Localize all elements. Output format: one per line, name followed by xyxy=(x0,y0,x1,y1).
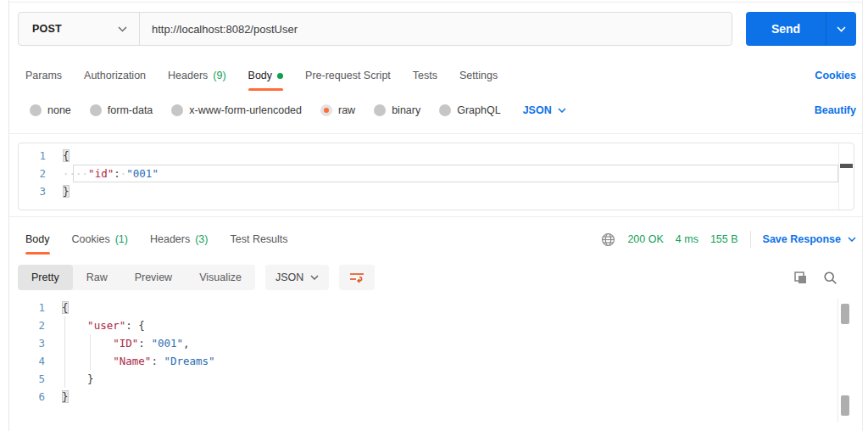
code-line: 3 } xyxy=(19,182,854,200)
url-input[interactable]: http://localhost:8082/postUser xyxy=(140,13,732,45)
code-line: 6 } xyxy=(18,388,837,406)
response-scrollbar[interactable] xyxy=(837,299,851,423)
status-code: 200 OK xyxy=(627,233,663,245)
code-line: 1 { xyxy=(18,299,837,316)
body-modified-dot xyxy=(277,73,283,79)
view-preview[interactable]: Preview xyxy=(121,265,186,290)
divider xyxy=(750,231,751,248)
response-format-select[interactable]: JSON xyxy=(265,265,329,290)
top-divider xyxy=(9,2,862,3)
radio-graphql[interactable]: GraphQL xyxy=(439,104,500,116)
tab-tests[interactable]: Tests xyxy=(413,61,437,90)
chevron-down-icon xyxy=(558,108,566,113)
line-number: 1 xyxy=(19,147,56,165)
tab-body[interactable]: Body xyxy=(248,61,284,90)
chevron-down-icon xyxy=(837,26,846,32)
editor-scrollbar[interactable] xyxy=(838,143,854,210)
line-number: 4 xyxy=(18,352,55,370)
radio-raw[interactable]: raw xyxy=(320,104,355,116)
response-size: 155 B xyxy=(710,233,738,245)
response-actions xyxy=(793,271,856,285)
active-line-box xyxy=(73,165,838,182)
tab-authorization[interactable]: Authorization xyxy=(84,61,146,90)
line-number: 6 xyxy=(18,388,55,406)
url-text: http://localhost:8082/postUser xyxy=(152,23,298,36)
radio-icon xyxy=(30,104,42,116)
wrap-lines-icon xyxy=(349,271,364,283)
response-time: 4 ms xyxy=(676,233,698,245)
line-number: 2 xyxy=(19,165,56,182)
address-box: POST http://localhost:8082/postUser xyxy=(18,12,732,46)
line-number: 2 xyxy=(18,316,55,334)
request-tabs: Params Authorization Headers (9) Body Pr… xyxy=(18,61,856,90)
send-button[interactable]: Send xyxy=(746,12,856,46)
request-body-editor[interactable]: 1 { 2 ····"id":·"001" 3 } xyxy=(18,143,854,210)
panel-right-border xyxy=(862,0,863,431)
response-headers-count: (3) xyxy=(195,233,208,245)
response-body-viewer[interactable]: 1 { 2 "user": { 3 "ID": "001", 4 "Name":… xyxy=(18,299,837,406)
body-type-selector: none form-data x-www-form-urlencoded raw… xyxy=(18,97,856,124)
view-pretty[interactable]: Pretty xyxy=(18,265,73,290)
response-view-toolbar: Pretty Raw Preview Visualize JSON xyxy=(18,264,856,291)
chevron-down-icon xyxy=(310,275,319,280)
response-tabs: Body Cookies (1) Headers (3) Test Result… xyxy=(18,222,856,256)
tab-pre-request-script[interactable]: Pre-request Script xyxy=(305,61,391,90)
radio-icon xyxy=(439,104,451,116)
code-line: 1 { xyxy=(19,147,854,165)
view-mode-segmented-control: Pretty Raw Preview Visualize xyxy=(18,265,255,290)
cookies-count: (1) xyxy=(115,233,128,245)
radio-binary[interactable]: binary xyxy=(374,104,420,116)
view-visualize[interactable]: Visualize xyxy=(186,265,255,290)
radio-icon xyxy=(171,104,183,116)
cookies-link[interactable]: Cookies xyxy=(815,70,856,81)
save-response-button[interactable]: Save Response xyxy=(763,233,856,245)
line-number: 1 xyxy=(18,299,55,316)
radio-icon xyxy=(374,104,386,116)
response-status-group: 200 OK 4 ms 155 B Save Response xyxy=(601,231,856,248)
scrollbar-thumb[interactable] xyxy=(841,304,849,324)
line-number: 3 xyxy=(19,182,56,200)
response-tab-test-results[interactable]: Test Results xyxy=(230,225,287,254)
postman-request-view: POST http://localhost:8082/postUser Send… xyxy=(0,0,868,431)
view-raw[interactable]: Raw xyxy=(73,265,121,290)
tab-params[interactable]: Params xyxy=(25,61,62,90)
scroll-annotation-marker xyxy=(840,164,853,168)
tab-headers[interactable]: Headers (9) xyxy=(168,61,226,90)
response-tab-body[interactable]: Body xyxy=(25,225,50,254)
network-globe-icon xyxy=(601,232,615,247)
search-icon[interactable] xyxy=(823,271,837,285)
copy-icon[interactable] xyxy=(793,271,808,285)
code-line-active: 2 ····"id":·"001" xyxy=(19,165,854,182)
beautify-link[interactable]: Beautify xyxy=(815,104,856,116)
line-number: 3 xyxy=(18,334,55,352)
method-select[interactable]: POST xyxy=(19,13,140,45)
radio-icon xyxy=(90,104,102,116)
scrollbar-thumb[interactable] xyxy=(841,395,849,416)
response-tab-headers[interactable]: Headers (3) xyxy=(150,225,209,254)
tab-settings[interactable]: Settings xyxy=(459,61,498,90)
content-type-select[interactable]: JSON xyxy=(523,104,566,116)
method-label: POST xyxy=(32,23,62,35)
chevron-down-icon xyxy=(848,237,856,242)
code-line: 4 "Name": "Dreams" xyxy=(18,352,837,370)
code-line: 3 "ID": "001", xyxy=(18,334,837,352)
panel-left-border xyxy=(8,0,9,431)
line-number: 5 xyxy=(18,370,55,388)
request-url-bar: POST http://localhost:8082/postUser Send xyxy=(18,12,856,46)
radio-selected-icon xyxy=(320,104,332,116)
section-divider xyxy=(9,133,862,134)
code-line: 2 "user": { xyxy=(18,316,837,334)
response-tab-cookies[interactable]: Cookies (1) xyxy=(72,225,128,254)
chevron-down-icon xyxy=(118,26,127,32)
code-line: 5 } xyxy=(18,370,837,388)
radio-none[interactable]: none xyxy=(30,104,71,116)
send-button-label[interactable]: Send xyxy=(746,12,826,46)
radio-form-data[interactable]: form-data xyxy=(90,104,153,116)
wrap-lines-button[interactable] xyxy=(339,265,375,290)
radio-x-www-form-urlencoded[interactable]: x-www-form-urlencoded xyxy=(171,104,302,116)
send-options-caret[interactable] xyxy=(826,12,856,46)
response-section-divider xyxy=(9,216,862,217)
headers-count: (9) xyxy=(213,70,225,81)
